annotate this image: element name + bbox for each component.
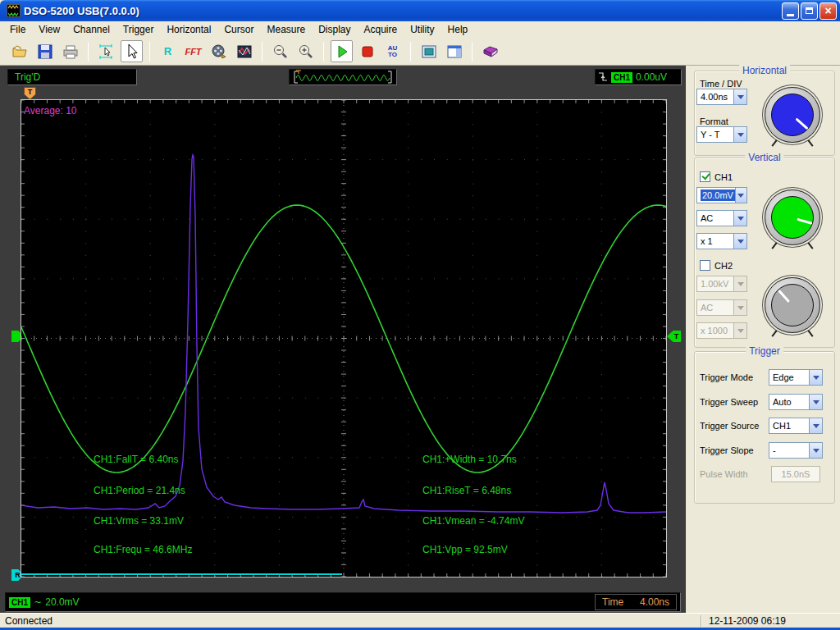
zoom-out-button[interactable] <box>269 40 291 62</box>
toolbar-separator <box>323 42 324 62</box>
record-button[interactable] <box>208 40 230 62</box>
save-floppy-icon <box>36 43 54 61</box>
menu-cursor[interactable]: Cursor <box>217 22 260 37</box>
restore-button[interactable] <box>801 2 818 20</box>
menu-utility[interactable]: Utility <box>404 22 441 37</box>
zoom-out-icon <box>272 43 290 61</box>
channel-info-bar: CH1 ~ 20.0mV Time 4.00ns <box>5 592 681 612</box>
toolbar-separator <box>149 42 150 62</box>
measurement-riset: CH1:RiseT = 6.48ns <box>422 485 511 496</box>
horizontal-knob[interactable] <box>765 87 820 143</box>
channel1-badge: CH1 <box>9 597 30 608</box>
trigger-position-marker[interactable]: T <box>24 87 36 99</box>
measurement-frequ: CH1:Frequ = 46.6MHz <box>94 544 192 555</box>
time-div-label: Time / DIV <box>700 79 742 89</box>
panel-layout-icon <box>445 43 463 61</box>
menu-measure[interactable]: Measure <box>260 22 312 37</box>
trigger-sweep-select[interactable]: Auto <box>769 394 823 410</box>
coupling-symbol: ~ <box>34 596 41 609</box>
close-icon: × <box>824 5 831 16</box>
menu-trigger[interactable]: Trigger <box>116 22 161 37</box>
menu-acquire[interactable]: Acquire <box>358 22 404 37</box>
play-icon <box>333 43 351 61</box>
waveform-view-button[interactable] <box>233 40 255 62</box>
run-button[interactable] <box>331 40 353 62</box>
zoom-in-button[interactable] <box>294 40 317 62</box>
chevron-down-icon[interactable] <box>733 127 746 142</box>
print-button[interactable] <box>59 40 81 62</box>
ch1-volts-select[interactable]: 20.0mV <box>696 187 747 203</box>
menu-help[interactable]: Help <box>441 22 475 37</box>
pointer-tool-button[interactable] <box>121 40 143 62</box>
waveform-thumbnail-icon <box>235 43 253 61</box>
waveform-plot[interactable]: Average: 10 CH1:FallT = 6.40ns CH1:Perio… <box>21 99 667 578</box>
pulse-width-label: Pulse Width <box>700 469 748 479</box>
ch2-probe-select: x 1000 <box>696 322 747 339</box>
panel-layout-button[interactable] <box>443 40 465 62</box>
open-file-button[interactable] <box>8 40 30 62</box>
chevron-down-icon <box>733 323 746 338</box>
cursor-measure-button[interactable] <box>95 40 117 62</box>
ch1-probe-select[interactable]: x 1 <box>696 233 747 249</box>
stop-button[interactable] <box>356 40 378 62</box>
ch1-position-knob[interactable] <box>765 189 820 245</box>
control-panel: Horizontal Time / DIV 4.00ns Format Y - … <box>686 66 840 613</box>
format-label: Format <box>700 116 728 126</box>
app-icon-waveform <box>7 5 20 16</box>
format-select[interactable]: Y - T <box>696 126 747 143</box>
ch1-checkbox-label: CH1 <box>714 172 733 182</box>
open-folder-icon <box>11 43 29 61</box>
fullscreen-button[interactable] <box>418 40 440 62</box>
ch2-position-knob[interactable] <box>765 277 820 333</box>
reference-button[interactable]: R <box>157 40 179 62</box>
falling-edge-icon <box>598 71 608 83</box>
ch2-coupling-select: AC <box>696 299 747 316</box>
ch1-coupling-select[interactable]: AC <box>696 210 747 226</box>
app-window: DSO-5200 USB(7.0.0.0) × File View Channe… <box>0 0 840 630</box>
menu-bar: File View Channel Trigger Horizontal Cur… <box>0 21 840 38</box>
datetime-display: 12-11-2009 06:19 <box>701 615 840 627</box>
trigger-level-marker[interactable]: T <box>667 331 681 342</box>
fft-button[interactable]: FFT <box>182 40 204 62</box>
save-button[interactable] <box>34 40 56 62</box>
trigger-slope-label: Trigger Slope <box>700 445 754 455</box>
chevron-down-icon[interactable] <box>809 418 822 433</box>
toolbar-separator <box>88 42 89 62</box>
menu-horizontal[interactable]: Horizontal <box>160 22 217 37</box>
menu-display[interactable]: Display <box>312 22 357 37</box>
measurement-vrms: CH1:Vrms = 33.1mV <box>94 515 184 527</box>
waveform-preview-box[interactable] <box>289 69 397 85</box>
chevron-down-icon[interactable] <box>733 89 746 104</box>
trigger-source-select[interactable]: CH1 <box>769 418 823 434</box>
chevron-down-icon[interactable] <box>809 395 822 409</box>
trigger-level-value: 0.00uV <box>636 71 667 83</box>
chevron-down-icon[interactable] <box>809 443 822 458</box>
help-book-icon <box>482 43 500 61</box>
trigger-mode-select[interactable]: Edge <box>769 369 823 386</box>
chevron-down-icon[interactable] <box>809 370 822 385</box>
waveform-canvas <box>21 100 666 577</box>
menu-file[interactable]: File <box>3 22 32 37</box>
ch2-checkbox[interactable] <box>700 260 710 271</box>
autoset-button[interactable]: AUTO <box>381 40 404 62</box>
measurement-period: CH1:Period = 21.4ns <box>94 485 185 496</box>
toolbar-separator <box>472 42 472 62</box>
ch1-checkbox[interactable] <box>700 171 710 182</box>
trigger-slope-select[interactable]: - <box>769 442 823 459</box>
time-div-select[interactable]: 4.00ns <box>696 89 747 105</box>
chevron-down-icon[interactable] <box>733 211 746 226</box>
menu-channel[interactable]: Channel <box>66 22 116 37</box>
app-icon <box>7 4 21 17</box>
window-title: DSO-5200 USB(7.0.0.0) <box>24 5 782 17</box>
horizontal-group-title: Horizontal <box>739 65 790 76</box>
minimize-button[interactable] <box>782 2 799 20</box>
scope-display: Trig'D CH1 0.00uV T T R Average: 10 CH1:… <box>0 66 686 613</box>
close-button[interactable]: × <box>819 2 837 20</box>
time-per-div-box: Time 4.00ns <box>595 594 677 610</box>
menu-view[interactable]: View <box>32 22 66 37</box>
chevron-down-icon[interactable] <box>735 188 746 203</box>
status-bar: Connected 12-11-2009 06:19 <box>0 613 840 628</box>
help-button[interactable] <box>479 40 501 62</box>
chevron-down-icon[interactable] <box>733 234 746 249</box>
trigger-status-box: Trig'D <box>7 69 137 85</box>
